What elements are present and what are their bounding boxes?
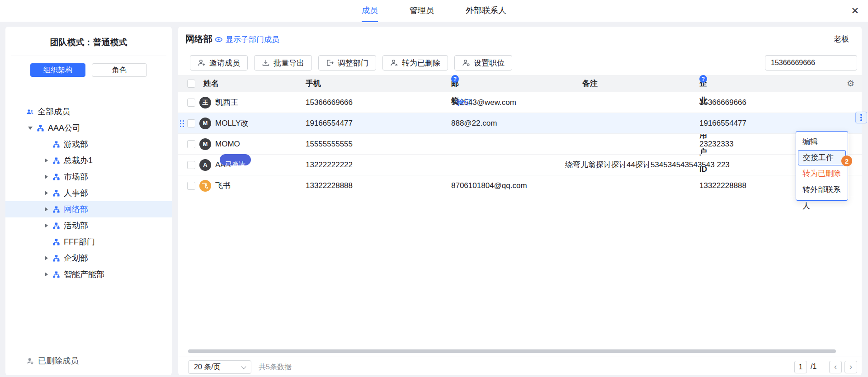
to-deleted-button[interactable]: 转为已删除 [382,55,448,71]
menu-item-to-external-contact[interactable]: 转外部联系人 [796,182,848,198]
tree-item-company[interactable]: AAA公司 [5,120,172,136]
person-x-icon [390,59,398,67]
member-phone: 15555555555 [306,134,353,155]
deleted-members-label: 已删除成员 [38,355,79,366]
member-phone: 13322228888 [306,175,353,196]
menu-item-handover-work[interactable]: 交接工作 [798,150,846,165]
member-user-id: 15366669666 [699,92,746,113]
person-plus-icon [198,59,206,67]
department-title: 网络部 [185,33,212,45]
verify-email-link[interactable]: 验证 [457,92,472,113]
batch-export-button[interactable]: 批量导出 [254,55,312,71]
column-settings-gear-icon[interactable]: ⚙ [847,75,854,92]
roles-button[interactable]: 角色 [92,63,147,77]
org-tree: 全部成员 AAA公司 游戏部 总裁办1 市场部 人事部 [5,104,172,283]
step-badge-2: 2 [841,156,852,166]
search-input[interactable] [765,59,868,67]
people-group-icon [26,108,34,116]
department-icon [37,124,44,132]
member-name: 飞书 [215,175,231,196]
row-checkbox[interactable] [187,140,195,148]
tree-item-dept-fff[interactable]: FFF部门 [5,234,172,250]
row-checkbox[interactable] [187,119,195,127]
set-position-button[interactable]: 设置职位 [454,55,512,71]
tree-item-dept-events[interactable]: 活动部 [5,217,172,234]
row-more-actions-button[interactable] [855,112,867,123]
member-name: MOLLY改 [215,113,248,134]
tree-item-dept-games[interactable]: 游戏部 [5,136,172,152]
avatar: M [199,118,211,129]
tree-item-label: 总裁办1 [64,155,93,166]
table-row-highlighted[interactable]: M MOLLY改 19166554477 888@22.com 19166554… [178,113,862,134]
tree-item-label: FFF部门 [64,236,95,247]
batch-export-label: 批量导出 [274,58,304,68]
row-actions-context-menu: 编辑 交接工作 转为已删除 转外部联系人 [796,131,848,201]
tree-item-dept-network[interactable]: 网络部 [5,201,172,217]
department-icon [52,189,60,197]
member-email: 8706101804@qq.com [451,175,527,196]
header-name: 姓名 [203,75,219,92]
table-row[interactable]: A AAA已邀请 13222222222 绕弯儿翁探讨探讨44探讨5345345… [178,155,862,175]
adjust-department-button[interactable]: 调整部门 [318,55,376,71]
caret-right-icon[interactable] [43,158,49,163]
pagination-bar: 20 条/页 共5条数据 1 /1 ‹ › [178,357,862,375]
help-icon[interactable]: ? [451,75,459,83]
menu-item-edit[interactable]: 编辑 [796,134,848,150]
tree-item-dept-planning[interactable]: 企划部 [5,250,172,266]
team-mode-title: 团队模式：普通模式 [5,27,172,48]
tab-external-contacts[interactable]: 外部联系人 [466,0,506,22]
tab-members[interactable]: 成员 [362,0,378,22]
tree-item-all-members[interactable]: 全部成员 [5,104,172,120]
department-icon [52,238,60,246]
caret-right-icon[interactable] [43,223,49,228]
caret-right-icon[interactable] [43,191,49,195]
avatar: A [199,159,211,171]
deleted-members-entry[interactable]: 已删除成员 [5,353,172,369]
department-icon [52,173,60,181]
row-checkbox[interactable] [187,182,195,190]
org-structure-button[interactable]: 组织架构 [30,63,85,77]
member-user-id: 23232333 [699,134,734,155]
tree-item-label: 活动部 [64,220,88,231]
tree-item-label: 网络部 [64,204,88,215]
help-icon[interactable]: ? [699,75,707,83]
tree-item-dept-ceo-office[interactable]: 总裁办1 [5,152,172,169]
tree-item-dept-hr[interactable]: 人事部 [5,185,172,201]
show-sub-members-label: 显示子部门成员 [226,34,279,45]
table-row[interactable]: 飞 飞书 13322228888 8706101804@qq.com 13322… [178,175,862,196]
role-label: 老板 [834,34,849,44]
member-search [765,55,857,71]
tree-item-label: 全部成员 [38,106,70,117]
caret-right-icon[interactable] [43,207,49,212]
person-gear-icon [462,59,470,67]
member-user-id: 13322228888 [699,175,746,196]
tree-item-dept-smart-capacity[interactable]: 智能产能部 [5,266,172,283]
select-all-checkbox[interactable] [187,80,195,88]
show-sub-members-toggle[interactable]: 显示子部门成员 [214,34,279,45]
total-pages-label: /1 [811,363,816,371]
invite-member-label: 邀请成员 [209,58,240,68]
table-header: 姓名 手机 邮箱? 备注 企业内用户ID? ⚙ [178,75,862,92]
caret-right-icon[interactable] [43,256,49,260]
close-icon[interactable]: ✕ [851,5,859,16]
avatar: 飞 [199,180,211,192]
table-row[interactable]: 王 凯西王 15366669666 532543@wew.com验证 15366… [178,92,862,113]
member-phone: 13222222222 [306,155,353,175]
row-checkbox[interactable] [187,161,195,169]
caret-right-icon[interactable] [43,272,49,277]
department-icon [52,141,60,148]
horizontal-scrollbar[interactable] [188,349,836,353]
next-page-button[interactable]: › [844,361,857,373]
menu-item-to-deleted[interactable]: 转为已删除 [796,165,848,182]
table-row[interactable]: M MOMO 15555555555 23232333 [178,134,862,155]
row-checkbox[interactable] [187,99,195,107]
page-size-select[interactable]: 20 条/页 [188,360,251,374]
prev-page-button[interactable]: ‹ [829,361,842,373]
caret-down-icon[interactable] [28,127,33,130]
caret-right-icon[interactable] [43,174,49,179]
tree-item-dept-marketing[interactable]: 市场部 [5,169,172,185]
current-page-input[interactable]: 1 [794,361,807,373]
invite-member-button[interactable]: 邀请成员 [190,55,248,71]
drag-handle-icon[interactable] [180,120,184,127]
tab-admins[interactable]: 管理员 [410,0,434,22]
